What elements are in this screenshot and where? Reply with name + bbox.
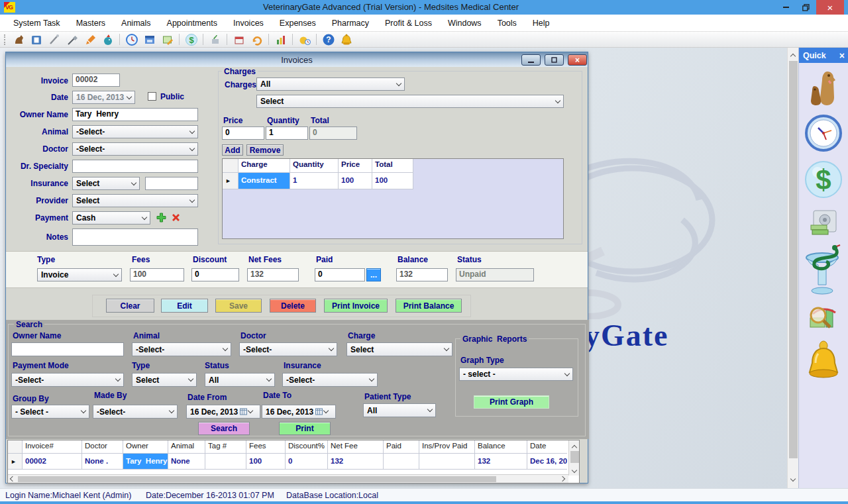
search-doctor-combobox[interactable]: -Select- bbox=[239, 342, 337, 356]
search-owner-field[interactable] bbox=[11, 342, 124, 356]
menu-pharmacy[interactable]: Pharmacy bbox=[324, 15, 377, 32]
restore-button[interactable] bbox=[796, 0, 815, 15]
scroll-right-icon[interactable] bbox=[560, 476, 565, 481]
total-cell[interactable]: 100 bbox=[372, 173, 413, 189]
reminder-bell-icon[interactable] bbox=[339, 32, 353, 46]
paid-field[interactable]: 0 bbox=[315, 268, 365, 281]
dr-specialty-field[interactable] bbox=[72, 160, 198, 173]
status-field[interactable]: Unpaid bbox=[456, 268, 534, 281]
clipper-icon[interactable] bbox=[47, 32, 61, 46]
add-charge-button[interactable]: Add bbox=[222, 144, 243, 156]
delete-button[interactable]: Delete bbox=[270, 299, 316, 313]
add-payment-icon[interactable] bbox=[156, 212, 167, 223]
pharmacy-icon[interactable] bbox=[805, 243, 842, 299]
column-header[interactable]: Doctor bbox=[82, 440, 123, 454]
column-header[interactable]: Animal bbox=[168, 440, 205, 454]
column-header[interactable]: Quantity bbox=[290, 159, 339, 173]
child-restore-button[interactable] bbox=[545, 54, 564, 66]
column-header[interactable]: Ins/Prov Paid bbox=[419, 440, 475, 454]
menu-appointments[interactable]: Appointments bbox=[159, 15, 225, 32]
appointments-clock-icon[interactable] bbox=[804, 114, 843, 155]
chart-icon[interactable] bbox=[274, 32, 288, 46]
menu-expenses[interactable]: Expenses bbox=[272, 15, 324, 32]
clear-button[interactable]: Clear bbox=[106, 299, 154, 313]
animal-folder-icon[interactable] bbox=[29, 32, 43, 46]
invoices-dollar-icon[interactable]: $ bbox=[804, 160, 843, 201]
search-animal-combobox[interactable]: -Select- bbox=[132, 342, 231, 356]
made-by-combobox[interactable]: -Select- bbox=[93, 405, 178, 419]
reminder-bell-icon[interactable] bbox=[808, 339, 839, 385]
group-by-combobox[interactable]: - Select - bbox=[11, 405, 89, 419]
column-header[interactable]: Net Fee bbox=[328, 440, 384, 454]
alarm-icon[interactable] bbox=[297, 32, 311, 46]
menu-system-task[interactable]: System Task bbox=[5, 15, 68, 32]
menu-profit-loss[interactable]: Profit & Loss bbox=[377, 15, 440, 32]
print-button[interactable]: Print bbox=[279, 422, 331, 435]
balance-field[interactable]: 132 bbox=[396, 268, 448, 281]
edit-button[interactable]: Edit bbox=[161, 299, 208, 313]
payment-mode-combobox[interactable]: -Select- bbox=[11, 373, 124, 387]
charge-cell[interactable]: Constract bbox=[238, 173, 290, 189]
scroll-up-icon[interactable] bbox=[572, 445, 577, 450]
appointment-card-icon[interactable] bbox=[142, 32, 156, 46]
undo-arrow-icon[interactable] bbox=[250, 32, 264, 46]
invoices-window-titlebar[interactable]: Invoices bbox=[6, 52, 588, 67]
date-from-picker[interactable]: 16 Dec, 2013 bbox=[186, 405, 260, 419]
mdi-scrollbar-thumb[interactable] bbox=[789, 61, 798, 458]
tag-cell[interactable] bbox=[205, 454, 246, 470]
patient-type-combobox[interactable]: All bbox=[363, 403, 436, 417]
menu-invoices[interactable]: Invoices bbox=[225, 15, 272, 32]
charge-total-field[interactable]: 0 bbox=[309, 126, 357, 140]
ins-prov-paid-cell[interactable] bbox=[419, 454, 475, 470]
balance-cell[interactable]: 132 bbox=[475, 454, 527, 470]
invoice-note-icon[interactable] bbox=[160, 32, 174, 46]
menu-masters[interactable]: Masters bbox=[68, 15, 113, 32]
grid-hscrollbar-thumb[interactable] bbox=[18, 476, 496, 482]
expenses-cashbox-icon[interactable] bbox=[808, 208, 839, 241]
owner-cell[interactable]: Tary Henry bbox=[123, 454, 168, 470]
price-cell[interactable]: 100 bbox=[339, 173, 372, 189]
fees-cell[interactable]: 100 bbox=[246, 454, 286, 470]
date-to-picker[interactable]: 16 Dec, 2013 bbox=[262, 405, 336, 419]
search-insurance-combobox[interactable]: -Select- bbox=[282, 373, 378, 387]
scroll-down-icon[interactable] bbox=[572, 468, 577, 473]
net-fee-cell[interactable]: 132 bbox=[328, 454, 384, 470]
grid-horizontal-scrollbar[interactable] bbox=[8, 474, 568, 483]
doctor-combobox[interactable]: -Select- bbox=[72, 142, 198, 156]
scroll-down-icon[interactable] bbox=[790, 476, 796, 481]
charge-select-combobox[interactable]: Select bbox=[256, 95, 564, 108]
price-field[interactable]: 0 bbox=[222, 126, 264, 140]
charges-grid-row[interactable]: ► Constract 1 100 100 bbox=[223, 173, 563, 189]
menu-animals[interactable]: Animals bbox=[113, 15, 158, 32]
quantity-cell[interactable]: 1 bbox=[290, 173, 339, 189]
menu-windows[interactable]: Windows bbox=[440, 15, 490, 32]
owner-name-field[interactable]: Tary Henry bbox=[72, 108, 198, 121]
print-graph-button[interactable]: Print Graph bbox=[474, 395, 549, 409]
clock-icon[interactable] bbox=[125, 32, 138, 46]
grid-scrollbar-thumb[interactable] bbox=[570, 451, 579, 463]
grid-vertical-scrollbar[interactable] bbox=[568, 440, 580, 476]
invoice-number-cell[interactable]: 00002 bbox=[23, 454, 82, 470]
quantity-field[interactable]: 1 bbox=[266, 126, 308, 140]
quick-close-icon[interactable]: × bbox=[839, 50, 845, 61]
menu-help[interactable]: Help bbox=[525, 15, 558, 32]
dollar-globe-icon[interactable]: $ bbox=[184, 32, 198, 46]
close-button[interactable]: × bbox=[816, 0, 844, 15]
column-header[interactable]: Date bbox=[527, 440, 567, 454]
reports-search-icon[interactable] bbox=[806, 301, 841, 338]
remove-charge-button[interactable]: Remove bbox=[246, 144, 284, 156]
date-cell[interactable]: Dec 16, 20 bbox=[527, 454, 567, 470]
column-header[interactable]: Fees bbox=[246, 440, 286, 454]
bird-icon[interactable] bbox=[101, 32, 115, 46]
paid-more-button[interactable]: ... bbox=[366, 268, 381, 281]
animal-cell[interactable]: None bbox=[168, 454, 205, 470]
insurance-number-field[interactable] bbox=[145, 177, 198, 190]
invoice-number-field[interactable]: 00002 bbox=[72, 74, 120, 87]
search-button[interactable]: Search bbox=[198, 422, 250, 435]
supply-box-icon[interactable] bbox=[232, 32, 246, 46]
payment-combobox[interactable]: Cash bbox=[72, 211, 150, 225]
minimize-button[interactable] bbox=[776, 0, 795, 15]
column-header[interactable]: Charge bbox=[238, 159, 290, 173]
save-button[interactable]: Save bbox=[215, 299, 262, 313]
column-header[interactable]: Price bbox=[339, 159, 372, 173]
